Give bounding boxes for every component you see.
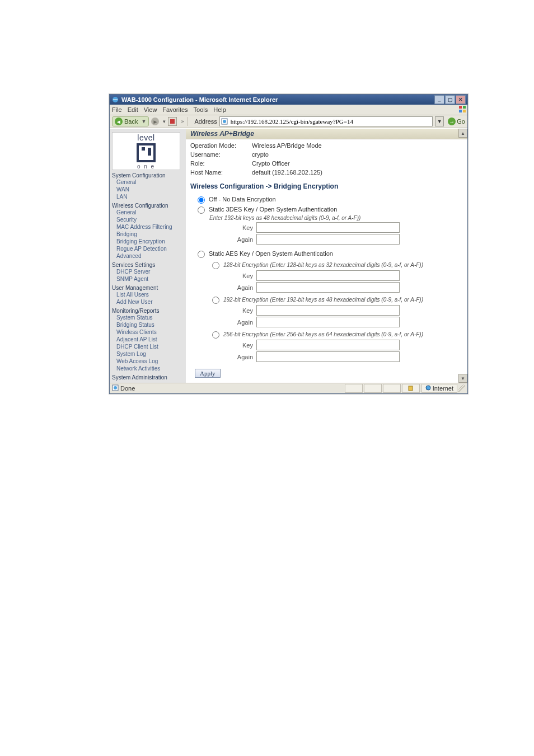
hostname-value: default (192.168.202.125) — [252, 168, 322, 177]
titlebar: WAB-1000 Configuration - Microsoft Inter… — [110, 95, 467, 105]
section-title: Wireless AP+Bridge — [186, 129, 467, 139]
nav-item-mac-filter[interactable]: MAC Address Filtering — [116, 223, 186, 231]
nav-item-network-activities[interactable]: Network Activities — [116, 365, 186, 372]
key-input-3des[interactable] — [256, 222, 400, 233]
forward-button[interactable]: ► — [151, 118, 159, 125]
key-label-4: Key — [234, 342, 253, 349]
back-label: Back — [124, 118, 138, 125]
nav-header-wireless-config[interactable]: Wireless Configuration — [112, 203, 186, 209]
menu-view[interactable]: View — [144, 106, 157, 113]
again-input-aes128[interactable] — [256, 282, 400, 293]
forward-menu-chevron[interactable]: ▾ — [163, 119, 166, 124]
nav-item-bridging-status[interactable]: Bridging Status — [116, 321, 186, 328]
svg-rect-1 — [459, 106, 462, 109]
key-input-aes128[interactable] — [256, 270, 400, 281]
svg-point-8 — [114, 386, 117, 389]
nav-item-rogue-ap[interactable]: Rogue AP Detection — [116, 245, 186, 252]
nav-item-system-log[interactable]: System Log — [116, 350, 186, 358]
nav-item-bridging[interactable]: Bridging — [116, 231, 186, 238]
svg-rect-4 — [463, 110, 466, 112]
stop-button[interactable] — [168, 117, 177, 126]
nav-item-wan[interactable]: WAN — [116, 186, 186, 193]
brand-mark-icon — [137, 143, 156, 162]
radio-aes192-label: 192-bit Encryption (Enter 192-bit keys a… — [223, 297, 423, 303]
nav-item-dhcp-server[interactable]: DHCP Server — [116, 268, 186, 275]
nav-item-w-general[interactable]: General — [116, 209, 186, 216]
apply-button[interactable]: Apply — [195, 369, 221, 378]
content-area: level o n e System Configuration General… — [110, 128, 467, 383]
nav-item-add-user[interactable]: Add New User — [116, 298, 186, 306]
radio-aes192[interactable] — [212, 297, 219, 304]
role-label: Role: — [190, 159, 252, 168]
menu-file[interactable]: File — [112, 106, 122, 113]
radio-aes256[interactable] — [212, 331, 219, 339]
svg-rect-3 — [459, 110, 462, 112]
brand-logo: level o n e — [112, 132, 180, 170]
key-input-aes256[interactable] — [256, 340, 400, 350]
toolbar-overflow[interactable]: » — [181, 119, 184, 124]
nav-header-user-mgmt[interactable]: User Management — [112, 285, 186, 291]
menu-tools[interactable]: Tools — [194, 106, 208, 113]
radio-3des[interactable] — [198, 206, 205, 214]
nav-header-system-config[interactable]: System Configuration — [112, 172, 186, 179]
address-label: Address — [194, 118, 217, 125]
nav-item-lan[interactable]: LAN — [116, 193, 186, 200]
key-input-aes192[interactable] — [256, 305, 400, 316]
scroll-up-button[interactable]: ▲ — [458, 129, 467, 138]
radio-off-label: Off - No Data Encryption — [209, 196, 276, 203]
radio-aes128-label: 128-bit Encryption (Enter 128-bit keys a… — [223, 262, 423, 268]
menu-favorites[interactable]: Favorites — [162, 106, 188, 113]
radio-off[interactable] — [198, 196, 205, 204]
op-mode-label: Operation Mode: — [190, 141, 252, 150]
nav-item-list-users[interactable]: List All Users — [116, 291, 186, 298]
page-icon — [221, 118, 228, 125]
svg-rect-9 — [409, 386, 413, 391]
again-input-3des[interactable] — [256, 234, 400, 245]
hostname-label: Host Name: — [190, 168, 252, 177]
address-dropdown[interactable]: ▼ — [435, 116, 444, 126]
status-table: Operation Mode:Wireless AP/Bridge Mode U… — [186, 139, 467, 180]
nav-header-monitoring[interactable]: Monitoring/Reports — [112, 308, 186, 314]
svg-rect-2 — [463, 106, 466, 109]
again-input-aes256[interactable] — [256, 351, 400, 362]
close-button[interactable]: ✕ — [456, 95, 466, 104]
radio-aes-label: Static AES Key / Open System Authenticat… — [209, 250, 333, 257]
scroll-down-button[interactable]: ▼ — [458, 374, 467, 383]
again-label-3: Again — [234, 319, 253, 326]
radio-aes128[interactable] — [212, 262, 219, 269]
brand-sub: o n e — [137, 163, 155, 170]
nav-header-sysadmin[interactable]: System Administration — [112, 374, 186, 381]
back-menu-chevron[interactable]: ▼ — [141, 119, 146, 124]
toolbar-separator — [188, 117, 188, 126]
minimize-button[interactable]: _ — [434, 95, 444, 104]
again-input-aes192[interactable] — [256, 317, 400, 327]
page-subtitle: Wireless Configuration -> Bridging Encry… — [186, 180, 467, 192]
key-label-2: Key — [234, 273, 253, 279]
nav-item-snmp-agent[interactable]: SNMP Agent — [116, 275, 186, 283]
nav-header-services[interactable]: Services Settings — [112, 262, 186, 268]
nav-item-wireless-clients[interactable]: Wireless Clients — [116, 328, 186, 336]
nav-item-advanced[interactable]: Advanced — [116, 252, 186, 260]
status-cell — [383, 384, 401, 393]
role-value: Crypto Officer — [252, 159, 290, 168]
go-button[interactable]: → Go — [448, 118, 465, 125]
status-cell — [402, 384, 420, 393]
security-zone[interactable]: Internet — [421, 384, 457, 393]
statusbar: Done Internet — [110, 383, 467, 393]
maximize-button[interactable]: ▢ — [445, 95, 455, 104]
menu-help[interactable]: Help — [213, 106, 226, 113]
address-input[interactable] — [229, 118, 432, 125]
resize-grip[interactable] — [458, 384, 465, 392]
nav-item-web-access-log[interactable]: Web Access Log — [116, 358, 186, 365]
menu-edit[interactable]: Edit — [128, 106, 138, 113]
nav-item-bridging-encryption[interactable]: Bridging Encryption — [116, 238, 186, 245]
back-button[interactable]: ◄ Back ▼ — [112, 116, 149, 126]
brand-text: level — [137, 133, 154, 142]
nav-item-dhcp-client-list[interactable]: DHCP Client List — [116, 343, 186, 350]
window-controls: _ ▢ ✕ — [434, 95, 466, 104]
nav-item-adjacent-ap[interactable]: Adjacent AP List — [116, 336, 186, 343]
nav-item-security[interactable]: Security — [116, 216, 186, 223]
radio-aes[interactable] — [198, 251, 205, 258]
nav-item-system-status[interactable]: System Status — [116, 314, 186, 321]
nav-item-general[interactable]: General — [116, 179, 186, 186]
